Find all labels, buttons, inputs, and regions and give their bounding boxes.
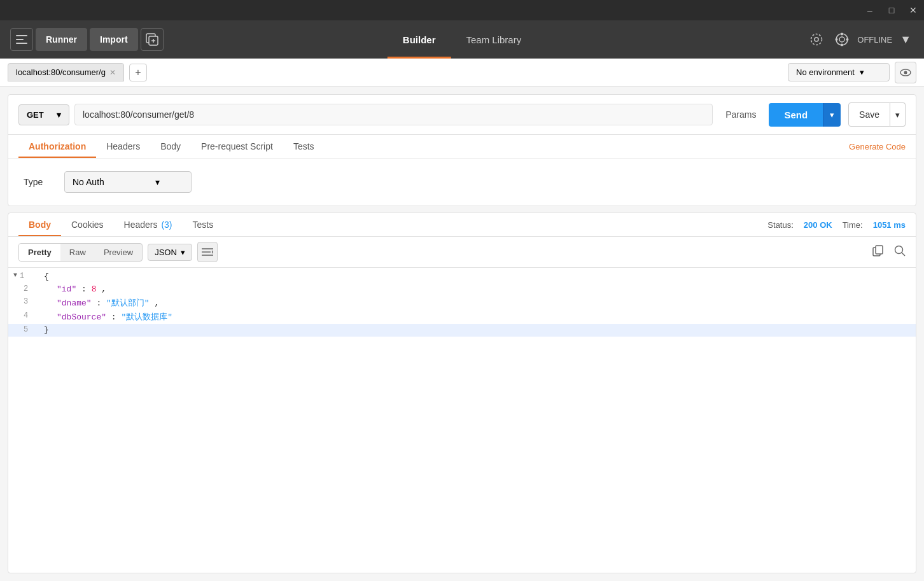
response-tabs-bar: Body Cookies Headers (3) Tests Status: 2… bbox=[8, 213, 916, 237]
code-line-2: 2 "id" : 8 , bbox=[8, 283, 916, 296]
offline-button[interactable]: OFFLINE bbox=[857, 35, 892, 45]
save-group: Save ▾ bbox=[848, 102, 906, 127]
auth-no-auth-label: No Auth bbox=[73, 177, 104, 187]
line-num-2: 2 bbox=[8, 283, 39, 296]
svg-point-10 bbox=[839, 37, 844, 42]
format-bar: Pretty Raw Preview JSON ▾ bbox=[8, 237, 916, 268]
fmt-pretty[interactable]: Pretty bbox=[19, 244, 60, 261]
svg-point-8 bbox=[811, 34, 822, 45]
tab-body[interactable]: Body bbox=[150, 135, 191, 158]
team-library-tab[interactable]: Team Library bbox=[451, 20, 536, 59]
json-label: JSON bbox=[155, 248, 177, 257]
offline-label: OFFLINE bbox=[857, 35, 892, 45]
code-line-1: ▼ 1 { bbox=[8, 270, 916, 283]
svg-point-13 bbox=[836, 38, 838, 41]
code-content-5: } bbox=[39, 324, 916, 337]
time-label: Time: bbox=[843, 220, 863, 230]
svg-point-11 bbox=[841, 33, 843, 36]
settings-icon-button[interactable] bbox=[806, 29, 827, 50]
status-value: 200 OK bbox=[804, 220, 832, 230]
new-tab-button[interactable] bbox=[141, 28, 164, 51]
env-selector: No environment ▾ bbox=[788, 62, 916, 83]
resp-headers-label: Headers bbox=[124, 220, 158, 230]
minimize-button[interactable]: – bbox=[864, 4, 876, 16]
main-content: GET ▾ Params Send ▾ Save ▾ Authorization… bbox=[0, 87, 924, 581]
title-bar: – □ ✕ bbox=[0, 0, 924, 20]
maximize-button[interactable]: □ bbox=[886, 4, 897, 16]
auth-type-select[interactable]: No Auth ▾ bbox=[64, 171, 192, 193]
nav-dropdown-button[interactable]: ▼ bbox=[897, 33, 914, 46]
tab-authorization[interactable]: Authorization bbox=[18, 135, 96, 158]
nav-bar: Runner Import Builder Team Library bbox=[0, 20, 924, 59]
builder-tab[interactable]: Builder bbox=[388, 20, 451, 59]
tab-add-button[interactable]: + bbox=[129, 64, 147, 81]
status-label: Status: bbox=[767, 220, 793, 230]
env-dropdown[interactable]: No environment ▾ bbox=[788, 63, 890, 81]
svg-point-9 bbox=[836, 34, 848, 45]
code-content-2: "id" : 8 , bbox=[39, 283, 916, 296]
import-button[interactable]: Import bbox=[90, 28, 138, 51]
auth-type-label: Type bbox=[24, 177, 49, 187]
svg-point-12 bbox=[841, 44, 843, 46]
generate-code-button[interactable]: Generate Code bbox=[849, 142, 906, 151]
line-num-1: ▼ 1 bbox=[8, 270, 39, 283]
nav-tabs: Builder Team Library bbox=[388, 20, 536, 59]
tab-headers[interactable]: Headers bbox=[96, 135, 150, 158]
search-button[interactable] bbox=[894, 245, 906, 260]
svg-rect-2 bbox=[16, 43, 27, 44]
resp-tab-body[interactable]: Body bbox=[18, 213, 61, 236]
save-dropdown-button[interactable]: ▾ bbox=[890, 102, 906, 127]
env-label: No environment bbox=[796, 67, 855, 77]
save-button[interactable]: Save bbox=[848, 102, 890, 127]
tab-pre-request[interactable]: Pre-request Script bbox=[191, 135, 283, 158]
sync-icon-button[interactable] bbox=[832, 29, 852, 50]
format-tabs: Pretty Raw Preview bbox=[18, 243, 143, 262]
response-panel: Body Cookies Headers (3) Tests Status: 2… bbox=[8, 213, 916, 573]
code-line-5: 5 } bbox=[8, 324, 916, 337]
code-content-3: "dname" : "默认部门" , bbox=[39, 296, 916, 310]
close-button[interactable]: ✕ bbox=[907, 4, 919, 16]
json-type-selector[interactable]: JSON ▾ bbox=[148, 244, 192, 261]
send-dropdown-button[interactable]: ▾ bbox=[823, 103, 841, 127]
request-panel: GET ▾ Params Send ▾ Save ▾ Authorization… bbox=[8, 94, 916, 206]
request-tabs: Authorization Headers Body Pre-request S… bbox=[8, 135, 916, 158]
method-label: GET bbox=[27, 110, 44, 120]
code-line-4: 4 "dbSource" : "默认数据库" bbox=[8, 310, 916, 324]
send-button[interactable]: Send bbox=[769, 103, 823, 127]
resp-tab-cookies[interactable]: Cookies bbox=[61, 213, 114, 236]
auth-section: Type No Auth ▾ bbox=[8, 158, 916, 206]
tab-bar: localhost:80/consumer/g ✕ + No environme… bbox=[0, 59, 924, 87]
line-num-4: 4 bbox=[8, 310, 39, 324]
url-input[interactable] bbox=[74, 104, 713, 125]
wrap-button[interactable] bbox=[197, 242, 218, 262]
eye-button[interactable] bbox=[895, 62, 916, 83]
fmt-raw[interactable]: Raw bbox=[60, 244, 95, 261]
tab-label: localhost:80/consumer/g bbox=[16, 67, 106, 77]
tab-tests[interactable]: Tests bbox=[283, 135, 325, 158]
auth-dropdown-icon: ▾ bbox=[155, 177, 160, 187]
send-group: Send ▾ bbox=[769, 103, 841, 127]
svg-point-16 bbox=[904, 71, 907, 74]
line-arrow-1: ▼ bbox=[13, 272, 17, 279]
code-area: ▼ 1 { 2 "id" : 8 , bbox=[8, 268, 916, 573]
runner-button[interactable]: Runner bbox=[36, 28, 87, 51]
tab-item[interactable]: localhost:80/consumer/g ✕ bbox=[8, 63, 124, 81]
tab-close-icon[interactable]: ✕ bbox=[109, 68, 116, 77]
code-content-1: { bbox=[39, 270, 916, 283]
nav-right: OFFLINE ▼ bbox=[806, 29, 914, 50]
svg-rect-0 bbox=[16, 35, 27, 36]
line-num-3: 3 bbox=[8, 296, 39, 310]
sidebar-toggle-button[interactable] bbox=[10, 28, 33, 51]
svg-rect-1 bbox=[16, 39, 24, 40]
code-content-4: "dbSource" : "默认数据库" bbox=[39, 310, 916, 324]
line-num-5: 5 bbox=[8, 324, 39, 337]
resp-tab-tests[interactable]: Tests bbox=[183, 213, 224, 236]
params-button[interactable]: Params bbox=[718, 104, 764, 125]
method-button[interactable]: GET ▾ bbox=[18, 104, 69, 125]
resp-tab-headers[interactable]: Headers (3) bbox=[114, 213, 183, 236]
resp-headers-count: (3) bbox=[161, 220, 172, 230]
method-dropdown-icon: ▾ bbox=[57, 110, 61, 120]
svg-point-14 bbox=[846, 38, 849, 41]
fmt-preview[interactable]: Preview bbox=[95, 244, 142, 261]
copy-button[interactable] bbox=[872, 245, 884, 260]
